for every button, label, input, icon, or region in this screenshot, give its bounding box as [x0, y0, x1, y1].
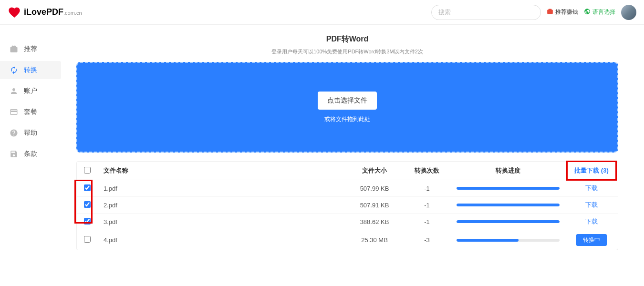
select-file-button[interactable]: 点击选择文件: [318, 92, 377, 110]
file-table-wrap: 文件名称 文件大小 转换次数 转换进度 批量下载 (3) 1.pdf507.99…: [76, 161, 618, 250]
sidebar-item-label: 套餐: [24, 108, 37, 116]
file-size: 507.91 KB: [346, 197, 403, 214]
sidebar: 推荐 转换 账户 套餐 帮助 条款: [0, 25, 61, 260]
progress-cell: [451, 230, 565, 250]
dropzone-hint: 或将文件拖到此处: [324, 115, 370, 123]
help-icon: [10, 129, 18, 137]
table-row: 1.pdf507.99 KB-1下载: [77, 180, 618, 197]
gift-icon: [547, 8, 553, 16]
file-name: 3.pdf: [98, 214, 346, 230]
progress-fill: [457, 187, 560, 190]
file-size: 507.99 KB: [346, 180, 403, 197]
download-link[interactable]: 下载: [585, 201, 598, 208]
progress-fill: [457, 220, 560, 223]
sidebar-item-package[interactable]: 套餐: [0, 103, 61, 121]
select-all-checkbox[interactable]: [84, 167, 91, 174]
file-table: 文件名称 文件大小 转换次数 转换进度 批量下载 (3) 1.pdf507.99…: [77, 162, 618, 250]
page-subtitle: 登录用户每天可以100%免费使用PDF转Word转换3M以内文件2次: [76, 48, 618, 55]
progress-cell: [451, 214, 565, 230]
download-link[interactable]: 下载: [585, 218, 598, 225]
sidebar-item-label: 账户: [24, 87, 37, 95]
header-right: 推荐赚钱 语言选择: [431, 5, 636, 20]
table-row: 3.pdf388.62 KB-1下载: [77, 214, 618, 230]
account-icon: [10, 87, 18, 95]
package-icon: [10, 108, 18, 116]
file-name: 4.pdf: [98, 230, 346, 250]
recommend-link[interactable]: 推荐赚钱: [547, 8, 578, 16]
download-link[interactable]: 下载: [585, 184, 598, 192]
search-input[interactable]: [431, 5, 541, 20]
row-checkbox[interactable]: [84, 218, 91, 225]
file-size: 388.62 KB: [346, 214, 403, 230]
progress-bar: [457, 220, 560, 223]
terms-icon: [10, 150, 18, 158]
header-name: 文件名称: [98, 162, 346, 180]
file-name: 2.pdf: [98, 197, 346, 214]
layout: 推荐 转换 账户 套餐 帮助 条款 PDF转Word 登录用户每天可以100%免…: [0, 25, 644, 260]
progress-fill: [457, 204, 560, 206]
sidebar-item-recommend[interactable]: 推荐: [0, 40, 61, 58]
header-size: 文件大小: [346, 162, 403, 180]
progress-bar: [457, 204, 560, 206]
convert-icon: [10, 66, 18, 74]
row-checkbox[interactable]: [84, 201, 91, 208]
convert-count: -1: [403, 214, 451, 230]
sidebar-item-label: 帮助: [24, 129, 37, 137]
logo[interactable]: iLovePDF.com.cn: [8, 6, 82, 19]
page-title: PDF转Word: [76, 34, 618, 44]
logo-suffix: .com.cn: [63, 10, 82, 16]
sidebar-item-label: 条款: [24, 150, 37, 158]
sidebar-item-help[interactable]: 帮助: [0, 124, 61, 142]
header: iLovePDF.com.cn 推荐赚钱 语言选择: [0, 0, 644, 25]
heart-icon: [8, 6, 21, 19]
row-checkbox[interactable]: [84, 184, 91, 191]
sidebar-item-account[interactable]: 账户: [0, 82, 61, 100]
language-label: 语言选择: [592, 8, 615, 16]
language-link[interactable]: 语言选择: [584, 8, 615, 16]
progress-cell: [451, 180, 565, 197]
convert-count: -1: [403, 197, 451, 214]
sidebar-item-label: 转换: [24, 66, 37, 74]
header-progress: 转换进度: [451, 162, 565, 180]
header-count: 转换次数: [403, 162, 451, 180]
sidebar-item-terms[interactable]: 条款: [0, 145, 61, 163]
convert-count: -3: [403, 230, 451, 250]
globe-icon: [584, 8, 591, 16]
row-checkbox[interactable]: [84, 236, 91, 243]
recommend-label: 推荐赚钱: [555, 8, 578, 16]
table-row: 2.pdf507.91 KB-1下载: [77, 197, 618, 214]
avatar[interactable]: [621, 5, 636, 20]
file-name: 1.pdf: [98, 180, 346, 197]
batch-download-link[interactable]: 批量下载 (3): [574, 167, 609, 174]
progress-cell: [451, 197, 565, 214]
gift-icon: [10, 45, 18, 53]
sidebar-item-convert[interactable]: 转换: [0, 61, 61, 79]
dropzone[interactable]: 点击选择文件 或将文件拖到此处: [76, 62, 618, 153]
logo-text: iLovePDF: [24, 7, 63, 17]
progress-bar: [457, 187, 560, 190]
progress-fill: [457, 239, 519, 242]
table-row: 4.pdf25.30 MB-3转换中: [77, 230, 618, 250]
converting-button[interactable]: 转换中: [576, 234, 607, 246]
main-content: PDF转Word 登录用户每天可以100%免费使用PDF转Word转换3M以内文…: [61, 25, 634, 260]
file-size: 25.30 MB: [346, 230, 403, 250]
sidebar-item-label: 推荐: [24, 45, 37, 53]
progress-bar: [457, 239, 560, 242]
convert-count: -1: [403, 180, 451, 197]
